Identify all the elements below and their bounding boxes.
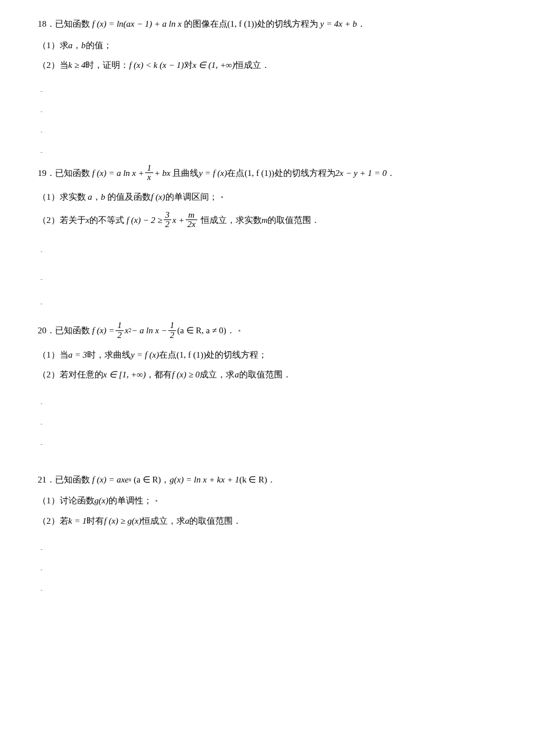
problem-18: 18． 已知函数 f (x) = ln(ax − 1) + a ln x 的图像…: [38, 17, 496, 72]
var-b: b: [81, 39, 86, 52]
text: 若对任意的: [60, 368, 103, 381]
numerator: 3: [164, 211, 172, 220]
answer-space: [38, 234, 496, 321]
denominator: 2: [168, 330, 176, 340]
var-a: a: [88, 190, 92, 204]
text: 的取值范围．: [189, 514, 241, 528]
domain: x ∈ [1, +∞): [103, 368, 146, 381]
numerator: m: [186, 211, 197, 220]
text: 时有: [86, 514, 104, 528]
text: 恒成立，求: [142, 514, 185, 528]
numerator: 1: [116, 321, 124, 330]
text: 已知函数: [55, 167, 90, 180]
sub-label: （1）: [38, 494, 60, 507]
problem-20-q2: （2） 若对任意的 x ∈ [1, +∞) ，都有 f (x) ≥ 0 成立，求…: [38, 368, 496, 381]
f-mid1: x: [125, 324, 129, 337]
problem-18-intro: 18． 已知函数 f (x) = ln(ax − 1) + a ln x 的图像…: [38, 17, 496, 31]
point: (1, f (1)): [244, 167, 274, 180]
lhs: f (x) − 2 ≥: [127, 214, 163, 227]
point: (1, f (1)): [176, 348, 206, 362]
denominator: 2: [164, 219, 172, 229]
var-b: b: [101, 190, 106, 204]
denominator: 2: [116, 330, 124, 340]
curve: y = f (x): [131, 348, 159, 362]
text: 恒成立，求实数: [201, 214, 262, 227]
text: 讨论函数: [60, 494, 95, 507]
answer-space: [38, 386, 496, 473]
text: 的值；: [86, 39, 112, 52]
text: 已知函数: [55, 324, 90, 337]
text: 的取值范围．: [268, 214, 320, 227]
text: 当: [60, 59, 68, 72]
numerator: 1: [168, 321, 176, 330]
text: 的值及函数: [107, 190, 151, 204]
fraction: 1 x: [144, 164, 154, 183]
period: ．: [267, 473, 276, 487]
problem-19-q2: （2） 若关于 x 的不等式 f (x) − 2 ≥ 3 2 x + m 2x …: [38, 211, 496, 230]
cond: k ≥ 4: [68, 59, 86, 72]
cond: (a ∈ R, a ≠ 0): [177, 324, 226, 337]
problem-number: 19．: [38, 167, 55, 180]
text: 在点: [159, 348, 176, 362]
numerator: 1: [145, 164, 153, 173]
text: 的取值范围．: [239, 368, 291, 381]
problem-21-intro: 21． 已知函数 f (x) = axex (a ∈ R) ， g(x) = l…: [38, 473, 496, 487]
text: 时，求曲线: [87, 348, 131, 362]
fraction: 3 2: [163, 211, 173, 230]
sub-label: （1）: [38, 39, 60, 52]
comma: ，: [161, 473, 169, 487]
text: 的单调区间；: [165, 190, 218, 204]
f-cond: (a ∈ R): [134, 473, 161, 487]
dot-icon: [239, 330, 240, 332]
text: 恒成立．: [235, 59, 270, 72]
g-cond: (k ∈ R): [239, 473, 267, 487]
sub-label: （1）: [38, 348, 60, 362]
function-def-l: f (x) = a ln x +: [92, 167, 144, 180]
f-def: f (x) = axe: [92, 473, 129, 487]
answer-space: [38, 532, 496, 607]
problem-20-q1: （1） 当 a = 3 时，求曲线 y = f (x) 在点 (1, f (1)…: [38, 348, 496, 362]
text: 成立，求: [200, 368, 234, 381]
cond: a = 3: [68, 348, 88, 362]
f-l: f (x) =: [92, 324, 114, 337]
inequality: f (x) ≥ 0: [172, 368, 200, 381]
denominator: x: [145, 172, 153, 182]
sub-label: （2）: [38, 368, 60, 381]
dot-icon: [156, 500, 157, 502]
curve: y = f (x): [199, 167, 227, 180]
document-page: 18． 已知函数 f (x) = ln(ax − 1) + a ln x 的图像…: [0, 0, 534, 756]
problem-19-q1: （1） 求实数 a ， b 的值及函数 f (x) 的单调区间；: [38, 190, 496, 204]
text: 的不等式: [89, 214, 124, 227]
comma: ，: [73, 39, 81, 52]
text: 且曲线: [172, 167, 199, 180]
inequality: f (x) < k (x − 1): [129, 59, 183, 72]
dot-icon: [221, 196, 223, 198]
fraction: m 2x: [185, 211, 199, 230]
problem-number: 18．: [38, 17, 55, 31]
f-mid2: − a ln x −: [132, 324, 167, 337]
fraction: 1 2: [167, 321, 178, 340]
text: 的单调性；: [109, 494, 152, 507]
problem-number: 20．: [38, 324, 55, 337]
comma: ，: [92, 190, 101, 204]
problem-21: 21． 已知函数 f (x) = axex (a ∈ R) ， g(x) = l…: [38, 473, 496, 528]
cond: k = 1: [68, 514, 87, 528]
tangent-eq: 2x − y + 1 = 0: [335, 167, 387, 180]
sub-label: （1）: [38, 190, 60, 204]
answer-space: [38, 77, 496, 164]
inequality: f (x) ≥ g(x): [104, 514, 141, 528]
problem-18-q2: （2） 当 k ≥ 4 时，证明： f (x) < k (x − 1) 对 x …: [38, 59, 496, 72]
denominator: 2x: [186, 219, 197, 229]
var-x: x: [86, 214, 90, 227]
text: 已知函数: [55, 473, 90, 487]
text: 处的切线方程；: [206, 348, 267, 362]
period: ．: [357, 17, 366, 31]
var-a: a: [185, 514, 190, 528]
sub-label: （2）: [38, 59, 60, 72]
text: 若关于: [60, 214, 86, 227]
text: 处的切线方程为: [275, 167, 335, 180]
text: ，都有: [146, 368, 172, 381]
period: ．: [226, 324, 235, 337]
tangent-eq: y = 4x + b: [320, 17, 358, 31]
text: 已知函数: [55, 17, 90, 31]
